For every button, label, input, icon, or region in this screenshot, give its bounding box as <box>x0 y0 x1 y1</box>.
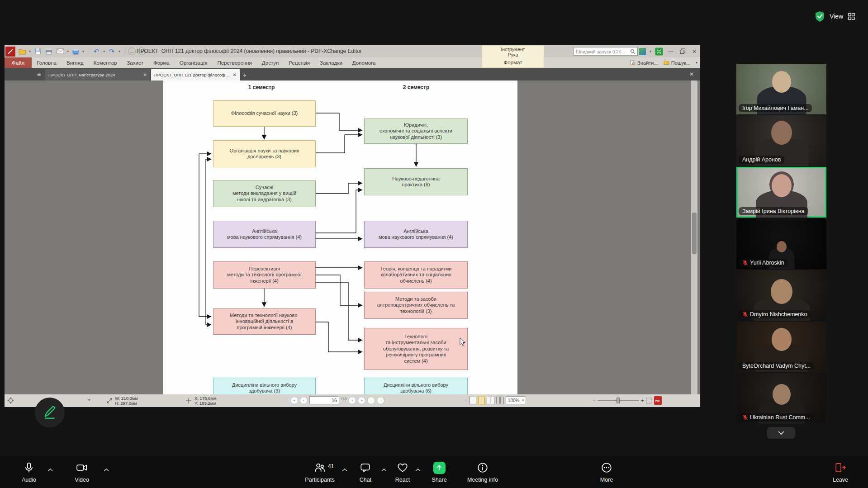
new-tab-button[interactable]: + <box>243 71 247 79</box>
participant-name-label: Ukrainian Rust Comm... <box>739 413 814 422</box>
prev-page-button[interactable]: ‹ <box>300 397 308 404</box>
zoom-level-select[interactable]: 100%▾ <box>506 396 526 404</box>
close-button[interactable]: ✕ <box>690 47 698 56</box>
avatar <box>772 174 792 197</box>
undo-icon[interactable]: ↶ <box>92 47 101 56</box>
menu-3[interactable]: Коментар <box>89 57 122 68</box>
more-button[interactable]: More <box>579 460 634 487</box>
annotate-pencil-button[interactable] <box>35 398 65 427</box>
tab-list-icon[interactable]: ≡ <box>37 71 41 78</box>
two-page-layout-icon[interactable] <box>487 397 494 404</box>
participant-video-tile[interactable]: Замрій Ірина Вікторівна <box>736 167 826 218</box>
sidebar-collapse-button[interactable] <box>767 427 795 439</box>
restore-button[interactable] <box>678 47 687 56</box>
snapshot-icon[interactable] <box>646 398 652 404</box>
tabbar-close-icon[interactable]: ✕ <box>689 71 694 77</box>
participant-video-tile[interactable]: Yurii Abroskin <box>736 218 826 269</box>
vertical-scrollbar[interactable] <box>691 81 697 394</box>
email-caret[interactable]: ▾ <box>67 49 69 53</box>
menu-7[interactable]: Перетворення <box>212 57 256 68</box>
security-shield-icon[interactable] <box>815 11 825 22</box>
camera-icon <box>76 461 88 474</box>
options-gear-icon[interactable] <box>7 397 14 404</box>
document-tab-2[interactable]: ПРОЕКТ_ОНП 121 доктор філософії 2024 (он… <box>151 69 240 81</box>
leave-button[interactable]: Leave <box>813 460 868 487</box>
audio-button[interactable]: Audio <box>2 460 56 487</box>
pdf-association-badge[interactable]: PDF <box>654 396 662 405</box>
tool-caret[interactable]: ▾ <box>88 398 90 402</box>
menu-8[interactable]: Доступ <box>257 57 284 68</box>
participant-video-tile[interactable]: Dmytro Nishchemenko <box>736 270 826 321</box>
page-number-input[interactable]: 16 <box>309 396 339 404</box>
launch-app-icon[interactable] <box>639 48 646 55</box>
participant-video-tile[interactable]: ByteOrchard Vadym Chyt... <box>736 322 826 372</box>
single-page-layout-icon[interactable] <box>470 397 476 404</box>
continuous-layout-icon[interactable] <box>478 397 485 404</box>
tab-close-icon[interactable]: ✕ <box>233 72 237 77</box>
prev-view-button[interactable]: ← <box>367 397 375 404</box>
format-menu-item[interactable]: Формат <box>482 60 544 65</box>
chat-icon <box>359 461 372 474</box>
participant-video-tile[interactable]: Ukrainian Rust Comm... <box>736 373 826 424</box>
active-tool-badge[interactable]: Інструмент Рука Формат <box>482 45 544 68</box>
fullscreen-icon[interactable] <box>655 47 663 56</box>
meeting-info-label: Meeting info <box>455 477 510 483</box>
scrollbar-thumb[interactable] <box>692 213 697 254</box>
zoom-in-button[interactable]: + <box>641 398 644 404</box>
menu-file[interactable]: Файл <box>5 57 32 68</box>
email-icon[interactable] <box>56 47 65 56</box>
video-button[interactable]: Video <box>55 460 109 487</box>
tab-close-icon[interactable]: ✕ <box>143 72 147 77</box>
video-options-caret[interactable] <box>104 465 109 474</box>
menu-10[interactable]: Закладки <box>315 57 347 68</box>
open-caret[interactable]: ▾ <box>29 49 31 53</box>
course-box: Методи та засобиантропоцентричних обчисл… <box>364 292 468 319</box>
document-tab-1[interactable]: ПРОЕКТ ОПП_магістратури 2024✕ <box>45 69 150 81</box>
nav-back-icon[interactable]: ← <box>128 47 136 55</box>
participant-video-tile[interactable]: Ігор Михайлович Гаман... <box>736 64 826 114</box>
next-view-button[interactable]: → <box>377 397 384 404</box>
menu-2[interactable]: Вигляд <box>62 57 89 68</box>
more-icon <box>600 461 613 474</box>
heart-icon <box>396 461 409 474</box>
view-cluster: View <box>815 10 855 23</box>
menu-5[interactable]: Форма <box>148 57 175 68</box>
course-box: Дисципліни вільного виборуздобувача (9) <box>213 378 316 394</box>
menu-4[interactable]: Захист <box>122 57 148 68</box>
scan-icon[interactable] <box>71 47 80 56</box>
meeting-info-button[interactable]: Meeting info <box>455 460 510 487</box>
next-page-button[interactable]: › <box>348 397 356 404</box>
find-menu-item[interactable]: Знайти... <box>630 60 658 66</box>
scan-caret[interactable]: ▾ <box>82 49 84 53</box>
redo-icon[interactable]: ↷ <box>107 47 116 56</box>
zoom-out-button[interactable]: − <box>593 398 596 404</box>
zoom-slider[interactable] <box>598 400 639 401</box>
title-bar: ▾ ▾ ▾ ↶▾ ↷▾ ← → ПРОЕКТ_ <box>5 45 700 57</box>
open-folder-icon[interactable] <box>18 47 27 56</box>
two-page-continuous-icon[interactable] <box>496 397 504 404</box>
muted-mic-icon <box>742 415 748 421</box>
search-menu-item[interactable]: Пошук... <box>664 60 690 66</box>
muted-mic-icon <box>742 260 748 266</box>
participant-video-tile[interactable]: Андрій Аронов <box>736 115 826 166</box>
save-icon[interactable] <box>33 47 42 56</box>
menu-overflow-caret[interactable]: ▾ <box>696 61 697 65</box>
minimize-button[interactable]: — <box>667 47 675 56</box>
course-box: Методи та технології науково-інноваційно… <box>213 308 316 335</box>
view-grid-icon[interactable] <box>848 13 855 20</box>
menu-11[interactable]: Допомога <box>347 57 381 68</box>
launch-app-caret[interactable]: ▾ <box>650 49 651 53</box>
view-button-label[interactable]: View <box>830 13 843 20</box>
last-page-button[interactable]: » <box>358 397 365 404</box>
menu-6[interactable]: Організація <box>175 57 213 68</box>
participant-name-label: Замрій Ірина Вікторівна <box>739 207 808 215</box>
cursor-pos-readout: X: 176,6ммY: 185,2мм <box>194 396 216 406</box>
print-icon[interactable] <box>44 47 53 56</box>
menu-1[interactable]: Головна <box>32 57 62 68</box>
audio-options-caret[interactable] <box>47 465 53 474</box>
quick-launch-search[interactable]: Швидкий запуск (Ctrl... <box>574 47 638 56</box>
pdf-page: 1 семестр 2 семестр Філософія сучасної н… <box>163 81 517 394</box>
first-page-button[interactable]: « <box>290 397 298 404</box>
find-icon <box>630 60 636 66</box>
menu-9[interactable]: Рецензія <box>284 57 315 68</box>
